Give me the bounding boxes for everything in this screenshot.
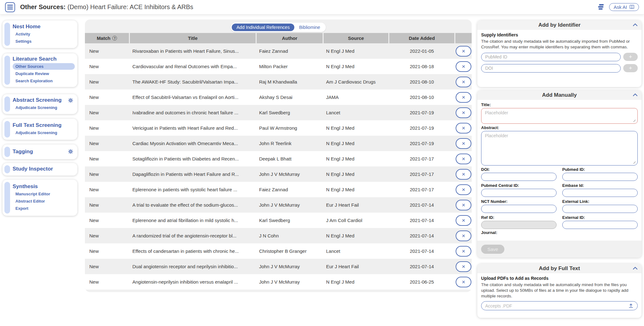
abstract-field-label: Abstract: bbox=[481, 125, 638, 130]
cell-source: Lancet bbox=[324, 248, 388, 254]
cell-title: Dapagliflozin in Patients with Heart Fai… bbox=[130, 171, 256, 177]
close-icon: × bbox=[462, 202, 465, 208]
remove-reference-button[interactable]: × bbox=[456, 138, 471, 149]
cell-date: 2022-01-05 bbox=[389, 48, 454, 54]
table-row: NewA randomized trial of the angiotensin… bbox=[85, 228, 472, 243]
doi-field[interactable] bbox=[481, 173, 557, 181]
cell-actions: × bbox=[455, 184, 472, 195]
remove-reference-button[interactable]: × bbox=[456, 169, 471, 180]
sidebar-heading-study-inspector[interactable]: Study Inspector bbox=[13, 166, 53, 172]
sidebar-item-activity[interactable]: Activity bbox=[13, 31, 75, 37]
sidebar-item-duplicate-review[interactable]: Duplicate Review bbox=[13, 70, 75, 77]
sidebar-item-abstract-editor[interactable]: Abstract Editor bbox=[13, 198, 75, 204]
sidebar-item-export[interactable]: Export bbox=[13, 205, 75, 212]
tab-add-individual-references[interactable]: Add Individual References bbox=[232, 24, 294, 31]
sidebar-section-tagging: Tagging bbox=[3, 144, 77, 159]
sidebar-item-search-exploration[interactable]: Search Exploration bbox=[13, 78, 75, 84]
cell-date: 2021-07-17 bbox=[389, 156, 454, 161]
sidebar-item-manuscript-editor[interactable]: Manuscript Editor bbox=[13, 191, 75, 197]
table-row: NewCardiovascular and Renal Outcomes wit… bbox=[85, 59, 472, 74]
cell-author: John R Teerlink bbox=[257, 141, 323, 146]
table-header-source: Source bbox=[324, 33, 388, 43]
pubmed-id-field[interactable] bbox=[562, 173, 638, 181]
remove-reference-button[interactable]: × bbox=[456, 107, 471, 118]
cell-source: N Engl J Med bbox=[324, 64, 388, 69]
remove-reference-button[interactable]: × bbox=[456, 92, 471, 103]
cell-source: N Engl J Med bbox=[324, 279, 388, 285]
title-field[interactable] bbox=[481, 108, 638, 124]
chevron-up-icon[interactable] bbox=[633, 23, 638, 26]
embase-id-field[interactable] bbox=[562, 189, 638, 197]
add-manually-panel: Add Manually Title: Abstract: DOI:Pubmed… bbox=[477, 90, 641, 258]
cell-author: J N Cohn bbox=[257, 233, 323, 238]
remove-reference-button[interactable]: × bbox=[456, 246, 471, 257]
sidebar-stripe bbox=[4, 96, 10, 112]
abstract-field[interactable] bbox=[481, 131, 638, 166]
remove-reference-button[interactable]: × bbox=[456, 277, 471, 287]
cell-actions: × bbox=[455, 231, 472, 241]
sidebar-section-nest-home: Nest HomeActivitySettings bbox=[3, 20, 77, 48]
remove-reference-button[interactable]: × bbox=[456, 215, 471, 226]
menu-button[interactable] bbox=[5, 2, 15, 12]
cell-author: Milton Packer bbox=[257, 64, 323, 69]
sidebar-item-settings[interactable]: Settings bbox=[13, 38, 75, 45]
sidebar-section-synthesis: SynthesisManuscript EditorAbstract Edito… bbox=[3, 180, 77, 216]
cell-date: 2021-07-14 bbox=[389, 233, 454, 238]
sidebar-heading-abstract-screening[interactable]: Abstract Screening bbox=[13, 97, 62, 103]
remove-reference-button[interactable]: × bbox=[456, 77, 471, 87]
pubmed-central-id-field[interactable] bbox=[481, 189, 557, 197]
sidebar-heading-nest-home[interactable]: Nest Home bbox=[13, 24, 41, 30]
remove-reference-button[interactable]: × bbox=[456, 261, 471, 272]
sidebar-item-other-sources[interactable]: Other Sources bbox=[13, 63, 75, 70]
save-button[interactable]: Save bbox=[481, 245, 504, 254]
remove-reference-button[interactable]: × bbox=[456, 46, 471, 57]
chevron-up-icon[interactable] bbox=[633, 267, 638, 270]
tab-bibliomine[interactable]: Bibliomine bbox=[294, 24, 325, 31]
table-header-title: Title bbox=[130, 33, 256, 43]
sidebar-heading-synthesis[interactable]: Synthesis bbox=[13, 183, 38, 190]
help-icon[interactable]: ? bbox=[112, 36, 117, 41]
sidebar-heading-literature-search[interactable]: Literature Search bbox=[13, 56, 57, 62]
nct-number-label: NCT Number: bbox=[481, 199, 557, 204]
remove-reference-button[interactable]: × bbox=[456, 61, 471, 72]
table-row: NewIvabradine and outcomes in chronic he… bbox=[85, 105, 472, 120]
cell-source: N Engl J Med bbox=[324, 171, 388, 177]
add-identifier-button[interactable]: + bbox=[623, 53, 638, 61]
gear-icon[interactable] bbox=[68, 149, 73, 154]
remove-reference-button[interactable]: × bbox=[456, 123, 471, 133]
close-icon: × bbox=[462, 217, 465, 223]
ask-ai-button[interactable]: Ask AI bbox=[609, 3, 639, 11]
sidebar-heading-full-text-screening[interactable]: Full Text Screening bbox=[13, 122, 62, 128]
sidebar-item-adjudicate-screening[interactable]: Adjudicate Screening bbox=[13, 104, 75, 111]
page-title: Other Sources:(Demo) Heart Failure: ACE … bbox=[20, 3, 193, 11]
nct-number-field[interactable] bbox=[481, 205, 557, 213]
sidebar-heading-tagging[interactable]: Tagging bbox=[13, 149, 33, 155]
remove-reference-button[interactable]: × bbox=[456, 154, 471, 164]
table-body: NewRivaroxaban in Patients with Heart Fa… bbox=[85, 43, 472, 290]
cell-match: New bbox=[85, 264, 129, 269]
gear-icon[interactable] bbox=[68, 98, 73, 103]
table-row: NewDual angiotensin receptor and neprily… bbox=[85, 259, 472, 274]
page-title-prefix: Other Sources: bbox=[20, 3, 65, 10]
sidebar-stripe bbox=[4, 23, 10, 46]
add-identifier-button[interactable]: + bbox=[623, 64, 638, 72]
close-icon: × bbox=[462, 264, 465, 269]
add-by-full-text-header: Add by Full Text bbox=[477, 264, 641, 273]
cell-date: 2021-07-17 bbox=[389, 171, 454, 177]
ref-id-field[interactable] bbox=[481, 221, 557, 229]
pubmed-id-input[interactable] bbox=[481, 53, 621, 61]
external-id-field[interactable] bbox=[562, 221, 638, 229]
remove-reference-button[interactable]: × bbox=[456, 200, 471, 210]
sidebar-stripe bbox=[4, 182, 10, 214]
cell-author: Karl Swedberg bbox=[257, 110, 323, 115]
external-link-field[interactable] bbox=[562, 205, 638, 213]
pdf-upload-input[interactable]: Accepts .PDF bbox=[481, 301, 638, 310]
remove-reference-button[interactable]: × bbox=[456, 184, 471, 195]
sidebar-item-adjudicate-screening[interactable]: Adjudicate Screening bbox=[13, 129, 75, 136]
cell-title: Dual angiotensin receptor and neprilysin… bbox=[130, 264, 256, 269]
stacked-list-icon[interactable] bbox=[597, 4, 605, 10]
doi-input[interactable] bbox=[481, 64, 621, 73]
remove-reference-button[interactable]: × bbox=[456, 231, 471, 241]
cell-source: Eur J Heart Fail bbox=[324, 264, 388, 269]
chevron-up-icon[interactable] bbox=[633, 93, 638, 96]
